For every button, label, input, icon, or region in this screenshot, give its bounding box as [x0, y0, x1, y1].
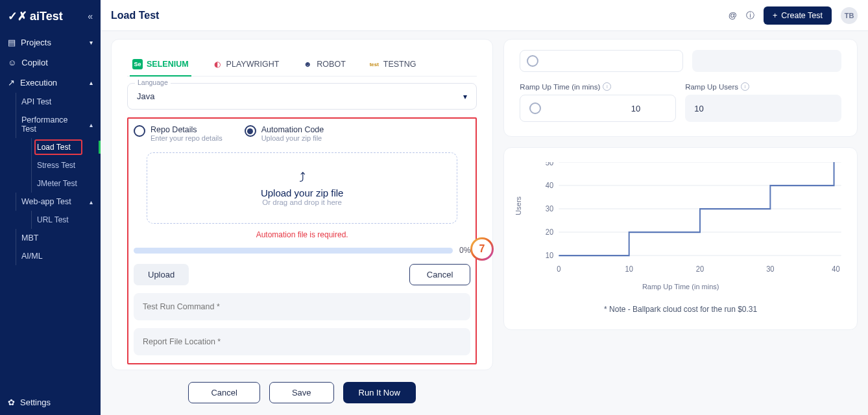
sidebar-item-stress-test[interactable]: Stress Test: [31, 156, 101, 174]
error-message: Automation file is required.: [134, 230, 470, 239]
tab-playwright[interactable]: ◐PLAYWRIGHT: [210, 55, 282, 76]
execution-icon: ↗: [8, 78, 15, 88]
brand-text: aiTest: [30, 10, 63, 23]
ramp-time-label: Ramp Up Time (in mins): [520, 83, 600, 91]
sidebar-item-execution[interactable]: ↗ Execution ▴: [0, 73, 101, 93]
radio-title: Repo Details: [151, 125, 223, 134]
radio-automation-code[interactable]: Automation Code Upload your zip file: [245, 125, 324, 142]
upload-progress: [134, 248, 453, 254]
upload-dropzone[interactable]: ⤴ Upload your zip file Or drag and drop …: [147, 152, 457, 224]
progress-percent: 0%: [459, 246, 470, 255]
chart-ylabel: Users: [514, 196, 522, 215]
sidebar-label: Copilot: [21, 58, 47, 67]
annotation-callout: 7: [470, 237, 494, 261]
radio-subtitle: Upload your zip file: [261, 134, 324, 142]
radio-icon: [245, 125, 256, 137]
tab-selenium[interactable]: SeSELENIUM: [130, 55, 191, 76]
info-icon[interactable]: i: [741, 82, 749, 91]
testng-icon: test: [369, 59, 380, 69]
svg-text:40: 40: [546, 181, 554, 190]
radio-subtitle: Enter your repo details: [151, 134, 223, 142]
tab-testng[interactable]: testTESTNG: [367, 55, 419, 76]
run-it-now-button[interactable]: Run It Now: [343, 382, 416, 403]
ramp-time-value: 10: [631, 104, 640, 113]
footer-actions: Cancel Save Run It Now: [111, 375, 493, 407]
cancel-upload-button[interactable]: Cancel: [409, 264, 470, 285]
sidebar-item-projects[interactable]: ▤ Projects ▾: [0, 32, 101, 53]
svg-text:10: 10: [625, 264, 634, 273]
slider-knob[interactable]: [529, 102, 541, 114]
sidebar-label: Stress Test: [37, 161, 75, 170]
test-config-card: SeSELENIUM ◐PLAYWRIGHT ☻ROBOT testTESTNG…: [111, 39, 493, 370]
radio-repo-details[interactable]: Repo Details Enter your repo details: [134, 125, 223, 142]
svg-text:0: 0: [557, 264, 562, 273]
svg-text:50: 50: [546, 162, 554, 167]
topbar: Load Test @ ⓘ + Create Test TB: [101, 0, 868, 31]
sidebar-label: Web-app Test: [21, 197, 71, 206]
sidebar-item-settings[interactable]: ✿ Settings: [0, 390, 101, 415]
tab-label: SELENIUM: [147, 60, 189, 69]
sidebar: ✓✗ aiTest « ▤ Projects ▾ ☺ Copilot ↗ Exe…: [0, 0, 101, 415]
chart-xlabel: Ramp Up Time (in mins): [520, 283, 841, 290]
tab-robot[interactable]: ☻ROBOT: [300, 55, 348, 76]
button-label: Create Test: [781, 11, 823, 20]
svg-text:40: 40: [832, 264, 841, 273]
collapse-sidebar-icon[interactable]: «: [88, 11, 93, 21]
mention-icon[interactable]: @: [729, 10, 737, 20]
ramp-users-value-box: 10: [685, 95, 841, 122]
upload-icon: ⤴: [164, 170, 440, 185]
tab-label: TESTNG: [383, 60, 416, 69]
sidebar-label: URL Test: [37, 215, 69, 224]
chevron-down-icon: ▾: [463, 92, 467, 101]
chevron-up-icon: ▴: [90, 121, 93, 128]
create-test-button[interactable]: + Create Test: [764, 6, 832, 25]
avatar-initials: TB: [845, 12, 854, 19]
sidebar-label: Performance Test: [21, 115, 84, 134]
test-run-command-input[interactable]: [134, 293, 470, 320]
sidebar-item-performance-test[interactable]: Performance Test ▴: [16, 111, 101, 138]
tab-label: PLAYWRIGHT: [226, 60, 280, 69]
ramp-time-slider[interactable]: 10: [520, 95, 676, 122]
plus-icon: +: [773, 11, 777, 20]
info-icon[interactable]: ⓘ: [746, 10, 754, 21]
sidebar-item-api-test[interactable]: API Test: [16, 93, 101, 111]
report-file-location-input[interactable]: [134, 328, 470, 355]
selenium-icon: Se: [132, 59, 143, 69]
copilot-icon: ☺: [8, 58, 16, 67]
sidebar-item-aiml[interactable]: AI/ML: [16, 247, 101, 265]
chevron-down-icon: ▾: [90, 39, 93, 46]
sidebar-label: API Test: [21, 97, 51, 106]
source-section-highlight: Repo Details Enter your repo details Aut…: [127, 117, 477, 364]
sidebar-item-copilot[interactable]: ☺ Copilot: [0, 53, 101, 73]
sidebar-item-jmeter-test[interactable]: JMeter Test: [31, 174, 101, 193]
playwright-icon: ◐: [212, 59, 223, 69]
cancel-button[interactable]: Cancel: [188, 382, 259, 403]
sidebar-label: JMeter Test: [37, 179, 77, 188]
main: Load Test @ ⓘ + Create Test TB SeSELENIU…: [101, 0, 868, 415]
ramp-users-value: 10: [694, 104, 703, 113]
robot-icon: ☻: [302, 59, 313, 69]
sidebar-label: MBT: [21, 233, 38, 243]
upload-button[interactable]: Upload: [134, 264, 189, 285]
cost-note: * Note - Ballpark cloud cost for the run…: [520, 305, 841, 314]
language-select[interactable]: Java ▾: [127, 83, 477, 110]
ramp-chart: Users 5040302010 010203040: [539, 162, 841, 279]
sidebar-item-webapp-test[interactable]: Web-app Test ▴: [16, 193, 101, 211]
gear-icon: ✿: [8, 397, 15, 407]
slider-knob[interactable]: [527, 55, 538, 67]
page-title: Load Test: [111, 10, 159, 21]
framework-tabs: SeSELENIUM ◐PLAYWRIGHT ☻ROBOT testTESTNG: [127, 55, 477, 77]
sidebar-label: AI/ML: [21, 252, 43, 261]
sidebar-label: Settings: [20, 397, 51, 407]
sidebar-label: Execution: [20, 78, 57, 88]
info-icon[interactable]: i: [603, 82, 611, 91]
sidebar-item-load-test[interactable]: Load Test: [31, 138, 101, 156]
avatar[interactable]: TB: [841, 7, 858, 24]
ramp-users-label: Ramp Up Users: [685, 83, 738, 91]
save-button[interactable]: Save: [269, 382, 334, 403]
language-label: Language: [135, 78, 171, 86]
sidebar-item-url-test[interactable]: URL Test: [31, 211, 101, 229]
sidebar-label: Projects: [21, 38, 51, 47]
sidebar-item-mbt[interactable]: MBT: [16, 229, 101, 247]
ramp-chart-card: Users 5040302010 010203040 Ramp Up Time …: [503, 147, 858, 330]
